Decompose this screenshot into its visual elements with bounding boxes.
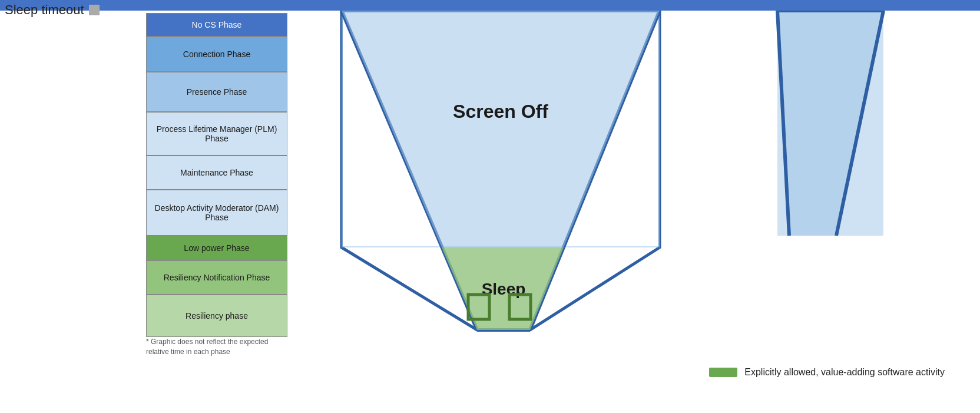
note-text: * Graphic does not reflect the expected … bbox=[146, 338, 268, 356]
phase-item-maintenance: Maintenance Phase bbox=[146, 156, 287, 190]
phase-item-dam: Desktop Activity Moderator (DAM) Phase bbox=[146, 190, 287, 236]
legend: Explicitly allowed, value-adding softwar… bbox=[709, 367, 945, 378]
phase-item-resiliency: Resiliency phase bbox=[146, 295, 287, 337]
phase-item-resiliency-notification: Resiliency Notification Phase bbox=[146, 260, 287, 295]
phase-item-presence: Presence Phase bbox=[146, 72, 287, 112]
phase-item-no-cs: No CS Phase bbox=[146, 13, 287, 37]
phase-note: * Graphic does not reflect the expected … bbox=[146, 337, 276, 357]
legend-color-swatch bbox=[709, 368, 737, 377]
screen-off-label: Screen Off bbox=[453, 101, 548, 122]
phase-list: No CS PhaseConnection PhasePresence Phas… bbox=[146, 13, 287, 337]
sleep-timeout-bar bbox=[0, 0, 980, 11]
sleep-timeout-icon bbox=[89, 5, 100, 15]
sleep-timeout-label: Sleep timeout bbox=[5, 2, 100, 18]
phase-item-plm: Process Lifetime Manager (PLM) Phase bbox=[146, 112, 287, 156]
legend-label: Explicitly allowed, value-adding softwar… bbox=[744, 367, 945, 378]
phase-item-connection: Connection Phase bbox=[146, 37, 287, 72]
phase-item-low-power: Low power Phase bbox=[146, 236, 287, 260]
sleep-timeout-text: Sleep timeout bbox=[5, 2, 84, 18]
main-diagram: Screen Off Sleep bbox=[294, 0, 980, 413]
